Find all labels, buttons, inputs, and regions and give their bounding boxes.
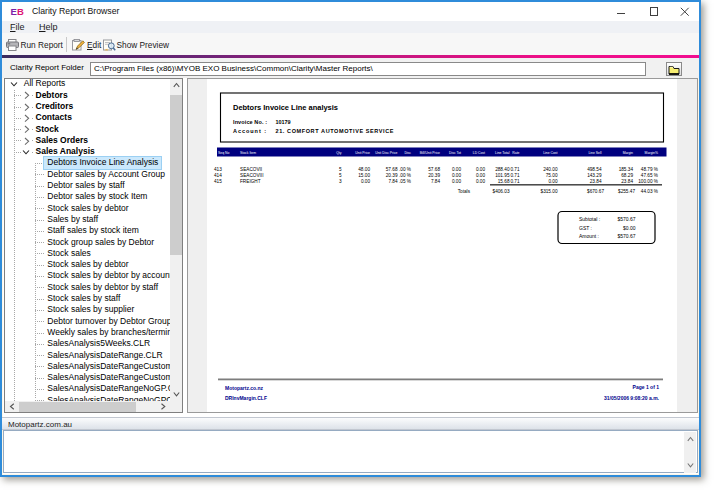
svg-text:0.00: 0.00 (548, 179, 558, 184)
svg-text:Line Total: Line Total (495, 151, 510, 155)
svg-text:21. COMFORT AUTOMOTIVE SERVICE: 21. COMFORT AUTOMOTIVE SERVICE (276, 128, 394, 134)
svg-text:415: 415 (214, 179, 222, 184)
svg-text:Invoice No. :: Invoice No. : (233, 119, 267, 125)
svg-text:Unit Disc Price: Unit Disc Price (375, 151, 397, 155)
svg-text:Totals: Totals (458, 189, 471, 194)
svg-text:Line Cost: Line Cost (543, 151, 557, 155)
svg-text:0.71: 0.71 (510, 167, 520, 172)
svg-text:Motopartz.co.nz: Motopartz.co.nz (225, 385, 264, 391)
svg-text:57.68: 57.68 (428, 167, 440, 172)
svg-text:0.00: 0.00 (361, 179, 371, 184)
svg-text:FREIGHT: FREIGHT (240, 179, 261, 184)
svg-text:DRInvMargin.CLF: DRInvMargin.CLF (225, 395, 267, 401)
svg-text:15.00: 15.00 (358, 173, 370, 178)
svg-text:68.29: 68.29 (621, 173, 633, 178)
svg-text:143.29: 143.29 (587, 173, 602, 178)
svg-text:7.84: 7.84 (431, 179, 441, 184)
svg-text:Margin: Margin (623, 151, 633, 155)
svg-text:.05 %: .05 % (399, 179, 411, 184)
svg-text:GST :: GST : (579, 225, 592, 231)
svg-text:0.00: 0.00 (452, 167, 462, 172)
svg-text:5: 5 (339, 167, 342, 172)
svg-text:Disc: Disc (404, 151, 411, 155)
svg-text:$315.00: $315.00 (541, 189, 558, 194)
svg-text:$570.67: $570.67 (617, 233, 635, 239)
svg-text:Margin%: Margin% (645, 151, 658, 155)
svg-text:498.54: 498.54 (587, 167, 602, 172)
svg-text:Page 1 of 1: Page 1 of 1 (633, 384, 660, 390)
svg-text:20.39: 20.39 (386, 173, 398, 178)
svg-text:Account :: Account : (233, 128, 266, 134)
svg-text:23.84: 23.84 (590, 179, 602, 184)
svg-text:240.00: 240.00 (543, 167, 558, 172)
svg-text:SEACOVII: SEACOVII (240, 167, 262, 172)
svg-text:Line Sell: Line Sell (588, 151, 601, 155)
svg-text:3: 3 (339, 179, 342, 184)
svg-text:0.00: 0.00 (476, 173, 486, 178)
svg-text:0.71: 0.71 (510, 173, 520, 178)
svg-text:44.03 %: 44.03 % (641, 189, 658, 194)
svg-text:0.00: 0.00 (452, 173, 462, 178)
svg-text:48.00: 48.00 (358, 167, 370, 172)
svg-text:0.00: 0.00 (476, 179, 486, 184)
svg-text:47.65 %: 47.65 % (641, 173, 658, 178)
svg-text:0.00: 0.00 (476, 167, 486, 172)
svg-text:$0.00: $0.00 (623, 225, 636, 231)
svg-text:Unit Price: Unit Price (355, 151, 370, 155)
svg-text:Amount :: Amount : (579, 233, 599, 239)
svg-text:23.84: 23.84 (621, 179, 633, 184)
svg-text:0.71: 0.71 (510, 179, 520, 184)
svg-text:$255.47: $255.47 (618, 189, 635, 194)
svg-text:Bill/Unit Price: Bill/Unit Price (420, 151, 440, 155)
svg-text:100.00 %: 100.00 % (638, 179, 658, 184)
svg-text:Qty: Qty (336, 151, 342, 155)
svg-text:31/05/2006 9:08:20 a.m.: 31/05/2006 9:08:20 a.m. (604, 395, 660, 401)
svg-text:185.34: 185.34 (619, 167, 634, 172)
svg-text:Disc Tot: Disc Tot (449, 151, 461, 155)
svg-text:LD Cost: LD Cost (473, 151, 485, 155)
svg-text:Stock Item: Stock Item (240, 151, 256, 155)
svg-text:Subtotal :: Subtotal : (579, 216, 600, 222)
svg-text:288.40: 288.40 (495, 167, 510, 172)
svg-text:Seq No: Seq No (218, 151, 229, 155)
svg-text:0.00: 0.00 (452, 179, 462, 184)
svg-text:$670.67: $670.67 (587, 189, 604, 194)
svg-text:48.79 %: 48.79 % (641, 167, 658, 172)
svg-text:7.84: 7.84 (388, 179, 398, 184)
svg-text:Rate: Rate (512, 151, 519, 155)
svg-text:413: 413 (214, 167, 222, 172)
svg-text:.00 %: .00 % (399, 167, 411, 172)
svg-text:15.68: 15.68 (498, 179, 510, 184)
svg-text:101.95: 101.95 (495, 173, 510, 178)
svg-text:SEACOVIII: SEACOVIII (240, 173, 263, 178)
svg-text:57.68: 57.68 (386, 167, 398, 172)
svg-text:10179: 10179 (276, 119, 291, 125)
svg-text:Debtors Invoice Line analysis: Debtors Invoice Line analysis (233, 103, 339, 112)
svg-text:.00 %: .00 % (399, 173, 411, 178)
svg-text:414: 414 (214, 173, 222, 178)
svg-text:$406.03: $406.03 (493, 189, 510, 194)
svg-text:5: 5 (339, 173, 342, 178)
svg-text:20.39: 20.39 (428, 173, 440, 178)
svg-text:$570.67: $570.67 (617, 216, 635, 222)
svg-text:75.00: 75.00 (546, 173, 558, 178)
